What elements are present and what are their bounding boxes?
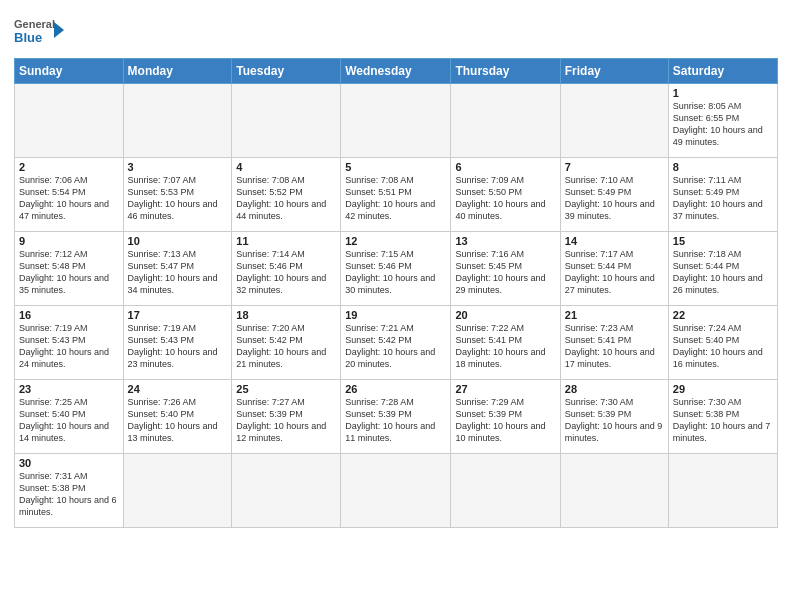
calendar-cell [232,454,341,528]
day-number: 4 [236,161,336,173]
day-info: Sunrise: 7:21 AM Sunset: 5:42 PM Dayligh… [345,322,446,371]
day-info: Sunrise: 7:28 AM Sunset: 5:39 PM Dayligh… [345,396,446,445]
day-info: Sunrise: 7:13 AM Sunset: 5:47 PM Dayligh… [128,248,228,297]
calendar-header-thursday: Thursday [451,59,560,84]
day-info: Sunrise: 7:20 AM Sunset: 5:42 PM Dayligh… [236,322,336,371]
day-info: Sunrise: 7:14 AM Sunset: 5:46 PM Dayligh… [236,248,336,297]
calendar-cell: 2Sunrise: 7:06 AM Sunset: 5:54 PM Daylig… [15,158,124,232]
calendar-cell: 5Sunrise: 7:08 AM Sunset: 5:51 PM Daylig… [341,158,451,232]
calendar-cell: 16Sunrise: 7:19 AM Sunset: 5:43 PM Dayli… [15,306,124,380]
calendar-cell [668,454,777,528]
calendar-week-row: 16Sunrise: 7:19 AM Sunset: 5:43 PM Dayli… [15,306,778,380]
header: General Blue [14,10,778,52]
calendar-cell [15,84,124,158]
day-info: Sunrise: 7:15 AM Sunset: 5:46 PM Dayligh… [345,248,446,297]
day-info: Sunrise: 7:19 AM Sunset: 5:43 PM Dayligh… [128,322,228,371]
day-info: Sunrise: 7:18 AM Sunset: 5:44 PM Dayligh… [673,248,773,297]
day-info: Sunrise: 7:24 AM Sunset: 5:40 PM Dayligh… [673,322,773,371]
day-number: 27 [455,383,555,395]
calendar-cell: 4Sunrise: 7:08 AM Sunset: 5:52 PM Daylig… [232,158,341,232]
day-info: Sunrise: 7:08 AM Sunset: 5:51 PM Dayligh… [345,174,446,223]
day-number: 8 [673,161,773,173]
day-number: 9 [19,235,119,247]
calendar-cell: 14Sunrise: 7:17 AM Sunset: 5:44 PM Dayli… [560,232,668,306]
day-info: Sunrise: 7:10 AM Sunset: 5:49 PM Dayligh… [565,174,664,223]
calendar-cell: 30Sunrise: 7:31 AM Sunset: 5:38 PM Dayli… [15,454,124,528]
calendar-week-row: 1Sunrise: 8:05 AM Sunset: 6:55 PM Daylig… [15,84,778,158]
calendar-header-monday: Monday [123,59,232,84]
page: General Blue SundayMondayTuesdayWednesda… [0,0,792,612]
calendar-cell: 23Sunrise: 7:25 AM Sunset: 5:40 PM Dayli… [15,380,124,454]
day-info: Sunrise: 7:25 AM Sunset: 5:40 PM Dayligh… [19,396,119,445]
day-number: 25 [236,383,336,395]
day-number: 6 [455,161,555,173]
calendar-cell: 18Sunrise: 7:20 AM Sunset: 5:42 PM Dayli… [232,306,341,380]
day-number: 16 [19,309,119,321]
calendar-cell: 8Sunrise: 7:11 AM Sunset: 5:49 PM Daylig… [668,158,777,232]
calendar-cell: 10Sunrise: 7:13 AM Sunset: 5:47 PM Dayli… [123,232,232,306]
calendar-cell: 22Sunrise: 7:24 AM Sunset: 5:40 PM Dayli… [668,306,777,380]
day-info: Sunrise: 7:26 AM Sunset: 5:40 PM Dayligh… [128,396,228,445]
calendar-cell: 26Sunrise: 7:28 AM Sunset: 5:39 PM Dayli… [341,380,451,454]
calendar-cell: 12Sunrise: 7:15 AM Sunset: 5:46 PM Dayli… [341,232,451,306]
day-number: 20 [455,309,555,321]
calendar-cell: 28Sunrise: 7:30 AM Sunset: 5:39 PM Dayli… [560,380,668,454]
day-info: Sunrise: 7:17 AM Sunset: 5:44 PM Dayligh… [565,248,664,297]
day-number: 23 [19,383,119,395]
day-number: 18 [236,309,336,321]
calendar-week-row: 30Sunrise: 7:31 AM Sunset: 5:38 PM Dayli… [15,454,778,528]
calendar-cell: 24Sunrise: 7:26 AM Sunset: 5:40 PM Dayli… [123,380,232,454]
day-number: 7 [565,161,664,173]
day-info: Sunrise: 7:12 AM Sunset: 5:48 PM Dayligh… [19,248,119,297]
day-number: 21 [565,309,664,321]
day-info: Sunrise: 7:31 AM Sunset: 5:38 PM Dayligh… [19,470,119,519]
calendar-header-sunday: Sunday [15,59,124,84]
svg-text:General: General [14,18,55,30]
calendar-cell: 3Sunrise: 7:07 AM Sunset: 5:53 PM Daylig… [123,158,232,232]
calendar-header-tuesday: Tuesday [232,59,341,84]
day-number: 30 [19,457,119,469]
day-number: 24 [128,383,228,395]
calendar-cell: 13Sunrise: 7:16 AM Sunset: 5:45 PM Dayli… [451,232,560,306]
calendar-header-saturday: Saturday [668,59,777,84]
day-number: 2 [19,161,119,173]
calendar-cell: 9Sunrise: 7:12 AM Sunset: 5:48 PM Daylig… [15,232,124,306]
day-info: Sunrise: 7:16 AM Sunset: 5:45 PM Dayligh… [455,248,555,297]
day-info: Sunrise: 7:27 AM Sunset: 5:39 PM Dayligh… [236,396,336,445]
calendar-cell [341,84,451,158]
day-number: 1 [673,87,773,99]
day-number: 15 [673,235,773,247]
day-number: 19 [345,309,446,321]
day-number: 3 [128,161,228,173]
day-number: 26 [345,383,446,395]
day-number: 17 [128,309,228,321]
day-info: Sunrise: 7:08 AM Sunset: 5:52 PM Dayligh… [236,174,336,223]
calendar-cell: 7Sunrise: 7:10 AM Sunset: 5:49 PM Daylig… [560,158,668,232]
calendar-cell: 25Sunrise: 7:27 AM Sunset: 5:39 PM Dayli… [232,380,341,454]
calendar-cell [341,454,451,528]
calendar-cell [560,454,668,528]
day-number: 13 [455,235,555,247]
calendar-week-row: 2Sunrise: 7:06 AM Sunset: 5:54 PM Daylig… [15,158,778,232]
calendar-cell: 15Sunrise: 7:18 AM Sunset: 5:44 PM Dayli… [668,232,777,306]
day-info: Sunrise: 7:22 AM Sunset: 5:41 PM Dayligh… [455,322,555,371]
day-info: Sunrise: 7:30 AM Sunset: 5:39 PM Dayligh… [565,396,664,445]
calendar-cell [560,84,668,158]
calendar-header-friday: Friday [560,59,668,84]
day-info: Sunrise: 7:07 AM Sunset: 5:53 PM Dayligh… [128,174,228,223]
calendar-cell: 21Sunrise: 7:23 AM Sunset: 5:41 PM Dayli… [560,306,668,380]
calendar-cell [232,84,341,158]
calendar-header-row: SundayMondayTuesdayWednesdayThursdayFrid… [15,59,778,84]
generalblue-logo: General Blue [14,14,64,52]
calendar-cell: 6Sunrise: 7:09 AM Sunset: 5:50 PM Daylig… [451,158,560,232]
day-info: Sunrise: 8:05 AM Sunset: 6:55 PM Dayligh… [673,100,773,149]
calendar-cell: 20Sunrise: 7:22 AM Sunset: 5:41 PM Dayli… [451,306,560,380]
calendar-cell [451,84,560,158]
calendar-cell: 17Sunrise: 7:19 AM Sunset: 5:43 PM Dayli… [123,306,232,380]
svg-text:Blue: Blue [14,30,42,45]
day-number: 22 [673,309,773,321]
day-info: Sunrise: 7:09 AM Sunset: 5:50 PM Dayligh… [455,174,555,223]
calendar-week-row: 9Sunrise: 7:12 AM Sunset: 5:48 PM Daylig… [15,232,778,306]
day-number: 5 [345,161,446,173]
calendar-cell: 29Sunrise: 7:30 AM Sunset: 5:38 PM Dayli… [668,380,777,454]
